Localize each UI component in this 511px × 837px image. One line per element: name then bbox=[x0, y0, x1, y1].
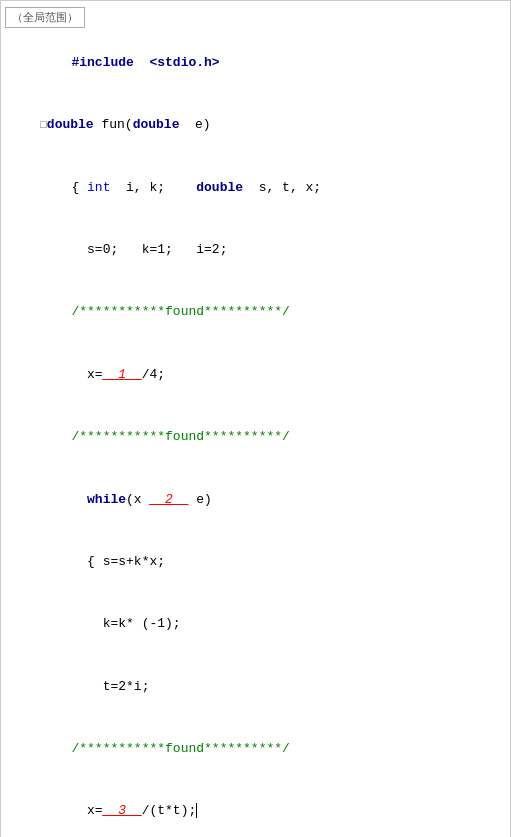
code-line-found3: /***********found**********/ bbox=[1, 718, 510, 780]
scope-label: （全局范围） bbox=[5, 7, 85, 28]
blank-2: __2__ bbox=[149, 492, 188, 507]
double-keyword3: double bbox=[196, 180, 243, 195]
double-keyword2: double bbox=[133, 117, 180, 132]
code-editor: （全局范围） #include <stdio.h> □double fun(do… bbox=[0, 0, 511, 837]
code-line-blank1: x=__1__/4; bbox=[1, 344, 510, 406]
int-keyword: int bbox=[87, 180, 110, 195]
cursor bbox=[196, 803, 197, 818]
code-line-fun-decl: □double fun(double e) bbox=[1, 94, 510, 156]
collapse-btn-fun[interactable]: □ bbox=[40, 119, 47, 131]
code-line-vars: { int i, k; double s, t, x; bbox=[1, 157, 510, 219]
code-line-blank3: x=__3__/(t*t); bbox=[1, 781, 510, 837]
double-keyword: double bbox=[47, 117, 94, 132]
include-keyword: #include <stdio.h> bbox=[40, 55, 219, 70]
code-line-s: { s=s+k*x; bbox=[1, 531, 510, 593]
blank-1: __1__ bbox=[103, 367, 142, 382]
blank-3: __3__ bbox=[103, 803, 142, 818]
code-line-k: k=k* (-1); bbox=[1, 594, 510, 656]
while-keyword: while bbox=[40, 492, 126, 507]
code-line-blank2: while(x __2__ e) bbox=[1, 469, 510, 531]
code-line-include: #include <stdio.h> bbox=[1, 32, 510, 94]
code-line-found2: /***********found**********/ bbox=[1, 406, 510, 468]
code-line-found1: /***********found**********/ bbox=[1, 282, 510, 344]
fun-name: fun( bbox=[94, 117, 133, 132]
code-line-t: t=2*i; bbox=[1, 656, 510, 718]
code-line-init: s=0; k=1; i=2; bbox=[1, 219, 510, 281]
